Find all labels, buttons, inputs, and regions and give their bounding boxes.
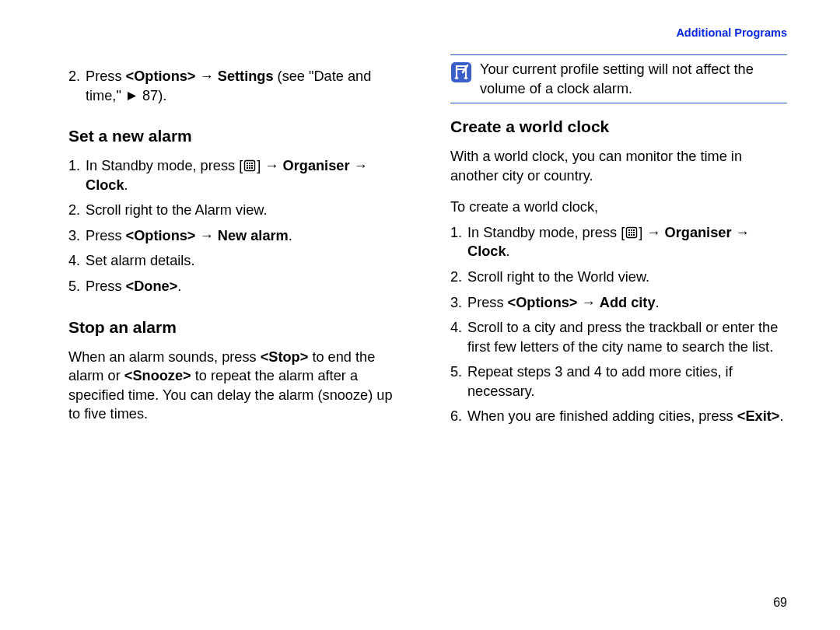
- menu-add-city: Add city: [600, 295, 656, 310]
- svg-rect-15: [633, 229, 635, 231]
- world-clock-intro: With a world clock, you can monitor the …: [450, 147, 787, 185]
- step-body: Scroll right to the Alarm view.: [86, 201, 405, 220]
- text: .: [506, 243, 510, 259]
- step-body: When you are finished adding cities, pre…: [467, 407, 787, 426]
- svg-rect-20: [631, 234, 632, 236]
- svg-rect-14: [631, 229, 632, 231]
- step-number: 2.: [68, 67, 86, 105]
- softkey-options: <Options>: [126, 68, 196, 84]
- softkey-snooze: <Snooze>: [124, 368, 191, 383]
- world-clock-step-2: 2. Scroll right to the World view.: [450, 268, 787, 287]
- svg-rect-4: [251, 163, 253, 164]
- text: .: [177, 278, 181, 294]
- text: When an alarm sounds, press: [68, 349, 261, 365]
- text: .: [779, 408, 783, 424]
- page-number: 69: [773, 596, 787, 610]
- svg-rect-8: [247, 167, 248, 169]
- softkey-exit: <Exit>: [737, 408, 780, 424]
- svg-rect-17: [631, 232, 632, 233]
- note-box: Your current profile setting will not af…: [450, 54, 787, 103]
- svg-rect-10: [251, 167, 253, 169]
- text: In Standby mode, press [: [467, 225, 625, 240]
- svg-rect-16: [628, 232, 630, 233]
- left-column: 2. Press <Options> → Settings (see "Date…: [68, 26, 405, 432]
- softkey-stop: <Stop>: [261, 349, 309, 365]
- right-column: Additional Programs Your current profile…: [450, 26, 787, 432]
- stop-alarm-paragraph: When an alarm sounds, press <Stop> to en…: [68, 348, 405, 424]
- arrow: →: [578, 295, 600, 310]
- text: 87).: [138, 88, 166, 103]
- step-number: 4.: [68, 251, 86, 271]
- step-body: Repeat steps 3 and 4 to add more cities,…: [467, 362, 787, 401]
- text: .: [656, 295, 660, 310]
- step-body: Set alarm details.: [86, 251, 405, 271]
- note-text: Your current profile setting will not af…: [480, 60, 787, 98]
- note-icon: [450, 61, 472, 83]
- step-number: 4.: [450, 318, 467, 356]
- step-number: 5.: [450, 362, 467, 401]
- step-body: Scroll right to the World view.: [467, 268, 787, 287]
- svg-rect-3: [249, 163, 250, 164]
- step-number: 2.: [450, 268, 467, 287]
- step-number: 2.: [68, 201, 86, 220]
- svg-rect-18: [633, 232, 635, 233]
- text: Press: [86, 278, 126, 294]
- text: Press: [86, 228, 126, 243]
- menu-settings: Settings: [218, 68, 274, 84]
- world-clock-step-6: 6. When you are finished adding cities, …: [450, 407, 787, 426]
- step-body: Press <Options> → Settings (see "Date an…: [86, 67, 405, 105]
- set-alarm-step-1: 1. In Standby mode, press [] → Organiser…: [68, 156, 405, 194]
- svg-rect-7: [251, 165, 253, 166]
- step-number: 1.: [450, 223, 467, 261]
- set-alarm-step-4: 4. Set alarm details.: [68, 251, 405, 271]
- menu-new-alarm: New alarm: [218, 228, 289, 243]
- svg-rect-2: [247, 163, 248, 164]
- softkey-options: <Options>: [508, 295, 578, 310]
- triangle-icon: [127, 91, 137, 101]
- svg-rect-9: [249, 167, 250, 169]
- svg-rect-6: [249, 165, 250, 166]
- world-clock-lead: To create a world clock,: [450, 198, 787, 217]
- text: .: [289, 228, 292, 243]
- world-clock-step-1: 1. In Standby mode, press [] → Organiser…: [450, 223, 787, 261]
- step-body: Press <Options> → New alarm.: [86, 226, 405, 246]
- step-number: 5.: [68, 277, 86, 296]
- svg-rect-21: [633, 234, 635, 236]
- svg-rect-13: [628, 229, 630, 231]
- text: In Standby mode, press [: [86, 158, 243, 173]
- svg-rect-5: [247, 165, 248, 166]
- intro-step-2: 2. Press <Options> → Settings (see "Date…: [68, 67, 405, 105]
- set-alarm-step-3: 3. Press <Options> → New alarm.: [68, 226, 405, 246]
- step-number: 1.: [68, 156, 86, 194]
- page-container: 2. Press <Options> → Settings (see "Date…: [0, 0, 840, 432]
- world-clock-step-4: 4. Scroll to a city and press the trackb…: [450, 318, 787, 356]
- step-number: 3.: [450, 293, 467, 313]
- text: ] →: [639, 225, 664, 240]
- heading-create-world-clock: Create a world clock: [450, 117, 787, 136]
- arrow: →: [196, 228, 218, 243]
- set-alarm-step-2: 2. Scroll right to the Alarm view.: [68, 201, 405, 220]
- step-number: 6.: [450, 407, 467, 426]
- step-body: Press <Options> → Add city.: [467, 293, 787, 313]
- section-header-link[interactable]: Additional Programs: [450, 26, 787, 39]
- text: Press: [86, 68, 126, 84]
- arrow: →: [196, 68, 218, 84]
- set-alarm-step-5: 5. Press <Done>.: [68, 277, 405, 296]
- svg-rect-19: [628, 234, 630, 236]
- softkey-options: <Options>: [126, 228, 196, 243]
- step-body: In Standby mode, press [] → Organiser → …: [86, 156, 405, 194]
- world-clock-step-5: 5. Repeat steps 3 and 4 to add more citi…: [450, 362, 787, 401]
- world-clock-step-3: 3. Press <Options> → Add city.: [450, 293, 787, 313]
- text: When you are finished adding cities, pre…: [467, 408, 737, 424]
- step-body: In Standby mode, press [] → Organiser → …: [467, 223, 787, 261]
- step-body: Press <Done>.: [86, 277, 405, 296]
- menu-key-icon: [625, 226, 638, 239]
- heading-stop-alarm: Stop an alarm: [68, 318, 405, 337]
- menu-key-icon: [243, 159, 256, 172]
- svg-marker-0: [128, 92, 136, 100]
- text: .: [124, 177, 128, 193]
- step-number: 3.: [68, 226, 86, 246]
- heading-set-new-alarm: Set a new alarm: [68, 127, 405, 145]
- text: ] →: [257, 158, 282, 173]
- softkey-done: <Done>: [126, 278, 178, 294]
